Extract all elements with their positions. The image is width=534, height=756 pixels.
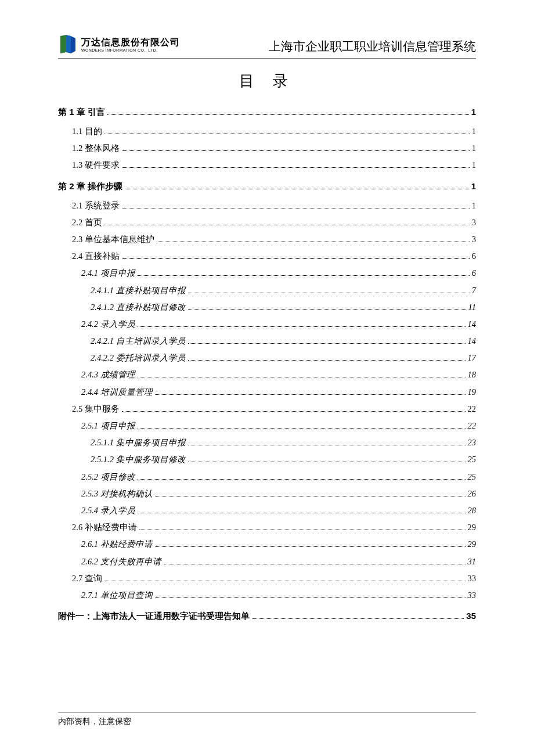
toc-entry[interactable]: 2.5.4 录入学员28: [81, 504, 476, 517]
toc-entry[interactable]: 2.5.2 项目修改25: [81, 470, 476, 484]
toc-label: 2.5.1.2 集中服务项目修改: [91, 453, 186, 466]
toc-entry[interactable]: 第 1 章 引言1: [58, 105, 476, 119]
toc-entry[interactable]: 2.4.1 项目申报6: [81, 267, 476, 280]
toc-label: 附件一：上海市法人一证通用数字证书受理告知单: [58, 609, 250, 623]
page-header: 万达信息股份有限公司 WONDERS INFORMATION CO., LTD.…: [58, 35, 476, 59]
toc-entry[interactable]: 2.4.4 培训质量管理19: [81, 386, 476, 399]
logo-cn: 万达信息股份有限公司: [81, 38, 180, 47]
table-of-contents: 第 1 章 引言11.1 目的11.2 整体风格11.3 硬件要求1第 2 章 …: [58, 105, 476, 623]
toc-leader: [252, 618, 464, 619]
toc-entry[interactable]: 2.4.2.1 自主培训录入学员14: [91, 334, 476, 348]
toc-entry[interactable]: 2.6.2 支付失败再申请31: [81, 555, 476, 568]
toc-leader: [138, 428, 466, 429]
toc-label: 2.5.4 录入学员: [81, 504, 135, 517]
toc-label: 2.6 补贴经费申请: [72, 521, 137, 534]
toc-entry[interactable]: 2.4.1.2 直接补贴项目修改11: [91, 301, 476, 314]
toc-page-number: 7: [472, 284, 476, 297]
toc-label: 2.5.2 项目修改: [81, 470, 135, 484]
toc-page-number: 31: [468, 555, 477, 568]
toc-leader: [155, 496, 466, 496]
toc-page-number: 22: [468, 402, 477, 416]
toc-entry[interactable]: 2.6.1 补贴经费申请29: [81, 538, 476, 551]
toc-leader: [188, 360, 466, 361]
svg-marker-2: [71, 36, 75, 53]
toc-label: 2.4 直接补贴: [72, 250, 120, 263]
toc-leader: [155, 546, 466, 547]
toc-page-number: 35: [466, 609, 476, 623]
toc-label: 1.2 整体风格: [72, 142, 120, 155]
toc-label: 2.6.1 补贴经费申请: [81, 538, 153, 551]
logo: 万达信息股份有限公司 WONDERS INFORMATION CO., LTD.: [58, 35, 180, 55]
toc-page-number: 29: [468, 521, 477, 534]
toc-label: 2.5.1.1 集中服务项目申报: [91, 436, 186, 449]
toc-leader: [188, 462, 466, 462]
svg-marker-1: [66, 35, 71, 53]
toc-entry[interactable]: 2.6 补贴经费申请29: [72, 521, 476, 534]
toc-leader: [188, 309, 466, 310]
toc-entry[interactable]: 2.5.1.1 集中服务项目申报23: [91, 436, 476, 449]
toc-leader: [104, 134, 470, 134]
toc-leader: [188, 343, 466, 344]
toc-entry[interactable]: 2.5.1 项目申报22: [81, 419, 476, 433]
toc-page-number: 29: [468, 538, 477, 551]
toc-entry[interactable]: 2.1 系统登录1: [72, 199, 476, 213]
toc-leader: [139, 530, 466, 530]
toc-leader: [104, 581, 466, 581]
toc-leader: [122, 411, 466, 412]
toc-label: 2.4.4 培训质量管理: [81, 386, 153, 399]
toc-leader: [122, 150, 470, 151]
toc-label: 2.2 首页: [72, 216, 102, 229]
toc-page-number: 1: [471, 105, 476, 119]
toc-label: 2.1 系统登录: [72, 199, 120, 213]
toc-leader: [104, 225, 470, 225]
page-footer: 内部资料，注意保密: [58, 712, 476, 727]
toc-leader: [125, 189, 469, 189]
toc-entry[interactable]: 1.3 硬件要求1: [72, 159, 476, 172]
toc-entry[interactable]: 2.5.3 对接机构确认26: [81, 487, 476, 501]
toc-label: 2.4.1 项目申报: [81, 267, 135, 280]
toc-page-number: 18: [468, 368, 477, 381]
toc-label: 2.5 集中服务: [72, 402, 120, 416]
toc-page-number: 17: [468, 351, 477, 365]
toc-entry[interactable]: 2.4.2 录入学员14: [81, 318, 476, 331]
toc-page-number: 23: [468, 436, 477, 449]
toc-page-number: 1: [472, 125, 476, 138]
toc-entry[interactable]: 2.5.1.2 集中服务项目修改25: [91, 453, 476, 466]
toc-entry[interactable]: 2.4 直接补贴6: [72, 250, 476, 263]
toc-page-number: 25: [468, 470, 477, 484]
toc-entry[interactable]: 2.4.1.1 直接补贴项目申报7: [91, 284, 476, 297]
toc-leader: [138, 513, 466, 513]
toc-entry[interactable]: 2.2 首页3: [72, 216, 476, 229]
toc-label: 2.4.2 录入学员: [81, 318, 135, 331]
toc-entry[interactable]: 第 2 章 操作步骤1: [58, 179, 476, 193]
logo-text: 万达信息股份有限公司 WONDERS INFORMATION CO., LTD.: [81, 38, 180, 52]
toc-label: 2.4.1.2 直接补贴项目修改: [91, 301, 186, 314]
toc-leader: [164, 564, 466, 564]
toc-label: 2.5.1 项目申报: [81, 419, 135, 433]
toc-label: 1.3 硬件要求: [72, 159, 120, 172]
toc-label: 2.6.2 支付失败再申请: [81, 555, 161, 568]
toc-label: 1.1 目的: [72, 125, 102, 138]
toc-entry[interactable]: 2.3 单位基本信息维护3: [72, 233, 476, 246]
toc-leader: [107, 114, 469, 115]
toc-entry[interactable]: 1.2 整体风格1: [72, 142, 476, 155]
toc-page-number: 14: [468, 334, 477, 348]
toc-entry[interactable]: 2.4.2.2 委托培训录入学员17: [91, 351, 476, 365]
toc-entry[interactable]: 2.5 集中服务22: [72, 402, 476, 416]
toc-page-number: 3: [472, 233, 476, 246]
toc-entry[interactable]: 2.7 查询33: [72, 572, 476, 585]
toc-label: 2.7 查询: [72, 572, 102, 585]
toc-entry[interactable]: 2.4.3 成绩管理18: [81, 368, 476, 381]
toc-leader: [138, 275, 470, 276]
toc-entry[interactable]: 附件一：上海市法人一证通用数字证书受理告知单 35: [58, 609, 476, 623]
toc-page-number: 1: [471, 179, 476, 193]
toc-page-number: 6: [472, 267, 476, 280]
toc-page-number: 25: [468, 453, 477, 466]
toc-page-number: 3: [472, 216, 476, 229]
toc-entry[interactable]: 1.1 目的1: [72, 125, 476, 138]
toc-page-number: 22: [468, 419, 477, 433]
document-title: 上海市企业职工职业培训信息管理系统: [269, 38, 476, 55]
toc-entry[interactable]: 2.7.1 单位项目查询33: [81, 589, 476, 602]
toc-page-number: 14: [468, 318, 477, 331]
logo-en: WONDERS INFORMATION CO., LTD.: [81, 48, 180, 52]
